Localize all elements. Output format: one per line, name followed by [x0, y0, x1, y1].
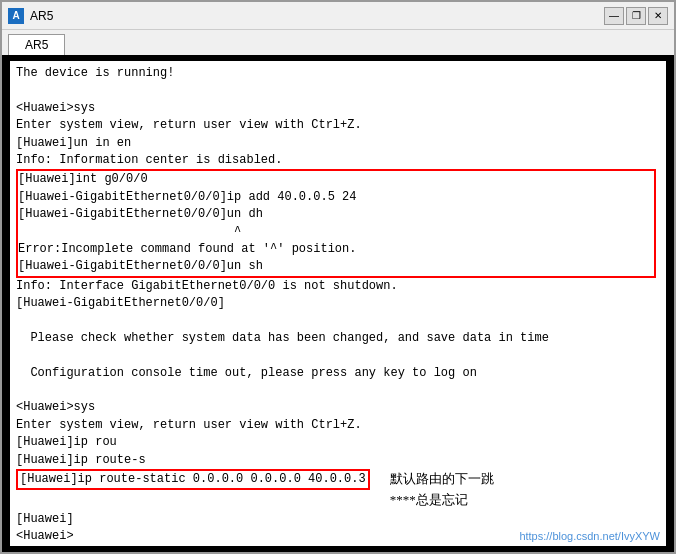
route-static-row: [Huawei]ip route-static 0.0.0.0 0.0.0.0 … — [16, 469, 660, 511]
line-25: [Huawei] — [16, 511, 660, 528]
line-8: [Huawei-GigabitEthernet0/0/0]ip add 40.0… — [18, 189, 654, 206]
line-6: Info: Information center is disabled. — [16, 152, 660, 169]
terminal-area: The device is running! <Huawei>sys Enter… — [2, 55, 674, 552]
minimize-button[interactable]: — — [604, 7, 624, 25]
line-4: Enter system view, return user view with… — [16, 117, 660, 134]
restore-button[interactable]: ❐ — [626, 7, 646, 25]
line-20: <Huawei>sys — [16, 399, 660, 416]
line-24: [Huawei]ip route-static 0.0.0.0 0.0.0.0 … — [20, 471, 366, 488]
line-10: ^ — [18, 224, 654, 241]
window-title: AR5 — [30, 9, 53, 23]
red-box-route: [Huawei]ip route-static 0.0.0.0 0.0.0.0 … — [16, 469, 370, 490]
line-13: Info: Interface GigabitEthernet0/0/0 is … — [16, 278, 660, 295]
line-11: Error:Incomplete command found at '^' po… — [18, 241, 654, 258]
close-button[interactable]: ✕ — [648, 7, 668, 25]
line-22: [Huawei]ip rou — [16, 434, 660, 451]
red-box-group: [Huawei]int g0/0/0 [Huawei-GigabitEthern… — [16, 169, 656, 277]
line-7: [Huawei]int g0/0/0 — [18, 171, 654, 188]
line-19 — [16, 382, 660, 399]
annotation-line1: 默认路由的下一跳 — [390, 471, 494, 486]
line-23: [Huawei]ip route-s — [16, 452, 660, 469]
line-12: [Huawei-GigabitEthernet0/0/0]un sh — [18, 258, 654, 275]
line-3: <Huawei>sys — [16, 100, 660, 117]
window-controls: — ❐ ✕ — [604, 7, 668, 25]
line-17 — [16, 347, 660, 364]
line-18: Configuration console time out, please p… — [16, 365, 660, 382]
tab-bar: AR5 — [2, 30, 674, 55]
title-bar: A AR5 — ❐ ✕ — [2, 2, 674, 30]
line-16: Please check whether system data has bee… — [16, 330, 660, 347]
app-window: A AR5 — ❐ ✕ AR5 The device is running! <… — [0, 0, 676, 554]
app-icon: A — [8, 8, 24, 24]
tab-ar5[interactable]: AR5 — [8, 34, 65, 55]
line-14: [Huawei-GigabitEthernet0/0/0] — [16, 295, 660, 312]
line-15 — [16, 312, 660, 329]
annotation-line2: ****总是忘记 — [390, 492, 468, 507]
terminal-content: The device is running! <Huawei>sys Enter… — [10, 61, 666, 546]
line-21: Enter system view, return user view with… — [16, 417, 660, 434]
line-1: The device is running! — [16, 65, 660, 82]
annotation: 默认路由的下一跳 ****总是忘记 — [390, 469, 494, 511]
line-5: [Huawei]un in en — [16, 135, 660, 152]
line-2 — [16, 82, 660, 99]
title-left: A AR5 — [8, 8, 53, 24]
watermark: https://blog.csdn.net/IvyXYW — [519, 530, 660, 542]
line-9: [Huawei-GigabitEthernet0/0/0]un dh — [18, 206, 654, 223]
